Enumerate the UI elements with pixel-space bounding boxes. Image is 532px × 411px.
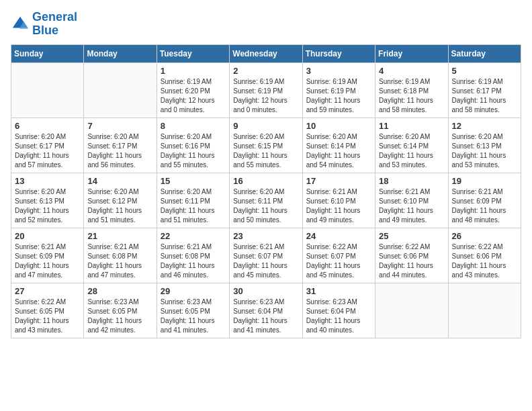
weekday-header-saturday: Saturday (448, 44, 521, 62)
day-number: 23 (233, 231, 298, 241)
calendar-cell: 15 Sunrise: 6:20 AM Sunset: 6:11 PM Dayl… (157, 173, 229, 228)
calendar-cell: 1 Sunrise: 6:19 AM Sunset: 6:20 PM Dayli… (157, 62, 229, 118)
calendar-cell: 28 Sunrise: 6:23 AM Sunset: 6:05 PM Dayl… (84, 283, 157, 338)
day-info: Sunrise: 6:20 AM Sunset: 6:17 PM Dayligh… (87, 132, 152, 170)
calendar-cell: 17 Sunrise: 6:21 AM Sunset: 6:10 PM Dayl… (302, 173, 375, 228)
day-number: 24 (306, 231, 371, 241)
day-number: 19 (452, 176, 517, 186)
day-number: 2 (233, 66, 298, 76)
page-header: General Blue (11, 11, 521, 38)
calendar-cell: 31 Sunrise: 6:23 AM Sunset: 6:04 PM Dayl… (302, 283, 375, 338)
day-info: Sunrise: 6:21 AM Sunset: 6:09 PM Dayligh… (452, 187, 517, 225)
calendar-week-row: 20 Sunrise: 6:21 AM Sunset: 6:09 PM Dayl… (11, 228, 521, 283)
calendar-cell: 11 Sunrise: 6:20 AM Sunset: 6:14 PM Dayl… (375, 118, 448, 173)
calendar-cell: 16 Sunrise: 6:20 AM Sunset: 6:11 PM Dayl… (230, 173, 302, 228)
calendar-week-row: 27 Sunrise: 6:22 AM Sunset: 6:05 PM Dayl… (11, 283, 521, 338)
calendar-cell: 20 Sunrise: 6:21 AM Sunset: 6:09 PM Dayl… (11, 228, 84, 283)
day-info: Sunrise: 6:19 AM Sunset: 6:19 PM Dayligh… (233, 77, 298, 115)
day-info: Sunrise: 6:19 AM Sunset: 6:20 PM Dayligh… (161, 77, 226, 115)
day-info: Sunrise: 6:21 AM Sunset: 6:10 PM Dayligh… (306, 187, 371, 225)
day-number: 9 (233, 121, 298, 131)
day-number: 25 (379, 231, 444, 241)
day-number: 3 (306, 66, 371, 76)
calendar-cell: 19 Sunrise: 6:21 AM Sunset: 6:09 PM Dayl… (448, 173, 521, 228)
day-info: Sunrise: 6:21 AM Sunset: 6:09 PM Dayligh… (15, 242, 80, 280)
day-number: 27 (15, 286, 80, 296)
calendar-cell: 21 Sunrise: 6:21 AM Sunset: 6:08 PM Dayl… (84, 228, 157, 283)
calendar-cell (375, 283, 448, 338)
weekday-header-thursday: Thursday (302, 44, 375, 62)
day-number: 31 (306, 286, 371, 296)
calendar-cell: 26 Sunrise: 6:22 AM Sunset: 6:06 PM Dayl… (448, 228, 521, 283)
calendar-cell: 6 Sunrise: 6:20 AM Sunset: 6:17 PM Dayli… (11, 118, 84, 173)
logo: General Blue (11, 11, 77, 38)
day-number: 13 (15, 176, 80, 186)
day-info: Sunrise: 6:20 AM Sunset: 6:15 PM Dayligh… (233, 132, 298, 170)
day-number: 4 (379, 66, 444, 76)
calendar-cell: 14 Sunrise: 6:20 AM Sunset: 6:12 PM Dayl… (84, 173, 157, 228)
day-number: 17 (306, 176, 371, 186)
day-number: 7 (87, 121, 152, 131)
day-info: Sunrise: 6:22 AM Sunset: 6:06 PM Dayligh… (379, 242, 444, 280)
day-number: 5 (452, 66, 517, 76)
calendar-week-row: 6 Sunrise: 6:20 AM Sunset: 6:17 PM Dayli… (11, 118, 521, 173)
calendar-cell: 24 Sunrise: 6:22 AM Sunset: 6:07 PM Dayl… (302, 228, 375, 283)
calendar-cell: 29 Sunrise: 6:23 AM Sunset: 6:05 PM Dayl… (157, 283, 229, 338)
calendar-cell: 7 Sunrise: 6:20 AM Sunset: 6:17 PM Dayli… (84, 118, 157, 173)
calendar-cell (448, 283, 521, 338)
day-number: 14 (87, 176, 152, 186)
calendar-week-row: 1 Sunrise: 6:19 AM Sunset: 6:20 PM Dayli… (11, 62, 521, 118)
day-info: Sunrise: 6:20 AM Sunset: 6:12 PM Dayligh… (87, 187, 152, 225)
day-number: 21 (87, 231, 152, 241)
day-info: Sunrise: 6:23 AM Sunset: 6:05 PM Dayligh… (161, 298, 226, 335)
calendar-cell: 3 Sunrise: 6:19 AM Sunset: 6:19 PM Dayli… (302, 62, 375, 118)
day-number: 18 (379, 176, 444, 186)
weekday-header-monday: Monday (84, 44, 157, 62)
calendar-cell: 25 Sunrise: 6:22 AM Sunset: 6:06 PM Dayl… (375, 228, 448, 283)
calendar-cell: 22 Sunrise: 6:21 AM Sunset: 6:08 PM Dayl… (157, 228, 229, 283)
calendar-cell: 8 Sunrise: 6:20 AM Sunset: 6:16 PM Dayli… (157, 118, 229, 173)
day-info: Sunrise: 6:22 AM Sunset: 6:05 PM Dayligh… (15, 298, 80, 335)
calendar-cell: 10 Sunrise: 6:20 AM Sunset: 6:14 PM Dayl… (302, 118, 375, 173)
calendar-cell (11, 62, 84, 118)
day-info: Sunrise: 6:21 AM Sunset: 6:08 PM Dayligh… (87, 242, 152, 280)
calendar-cell: 2 Sunrise: 6:19 AM Sunset: 6:19 PM Dayli… (230, 62, 302, 118)
logo-icon (11, 15, 30, 34)
calendar-cell: 4 Sunrise: 6:19 AM Sunset: 6:18 PM Dayli… (375, 62, 448, 118)
day-info: Sunrise: 6:20 AM Sunset: 6:13 PM Dayligh… (15, 187, 80, 225)
day-info: Sunrise: 6:19 AM Sunset: 6:18 PM Dayligh… (379, 77, 444, 115)
day-info: Sunrise: 6:20 AM Sunset: 6:17 PM Dayligh… (15, 132, 80, 170)
day-info: Sunrise: 6:20 AM Sunset: 6:13 PM Dayligh… (452, 132, 517, 170)
day-info: Sunrise: 6:23 AM Sunset: 6:04 PM Dayligh… (233, 298, 298, 335)
calendar-cell: 12 Sunrise: 6:20 AM Sunset: 6:13 PM Dayl… (448, 118, 521, 173)
weekday-header-tuesday: Tuesday (157, 44, 229, 62)
calendar-cell: 9 Sunrise: 6:20 AM Sunset: 6:15 PM Dayli… (230, 118, 302, 173)
calendar-cell (84, 62, 157, 118)
day-number: 10 (306, 121, 371, 131)
day-info: Sunrise: 6:19 AM Sunset: 6:19 PM Dayligh… (306, 77, 371, 115)
day-number: 29 (161, 286, 226, 296)
day-number: 22 (161, 231, 226, 241)
calendar-cell: 13 Sunrise: 6:20 AM Sunset: 6:13 PM Dayl… (11, 173, 84, 228)
calendar-week-row: 13 Sunrise: 6:20 AM Sunset: 6:13 PM Dayl… (11, 173, 521, 228)
day-info: Sunrise: 6:21 AM Sunset: 6:10 PM Dayligh… (379, 187, 444, 225)
day-info: Sunrise: 6:20 AM Sunset: 6:14 PM Dayligh… (379, 132, 444, 170)
day-number: 12 (452, 121, 517, 131)
day-number: 15 (161, 176, 226, 186)
day-info: Sunrise: 6:23 AM Sunset: 6:05 PM Dayligh… (87, 298, 152, 335)
day-info: Sunrise: 6:22 AM Sunset: 6:06 PM Dayligh… (452, 242, 517, 280)
day-info: Sunrise: 6:22 AM Sunset: 6:07 PM Dayligh… (306, 242, 371, 280)
calendar-table: SundayMondayTuesdayWednesdayThursdayFrid… (11, 44, 521, 338)
weekday-header-wednesday: Wednesday (230, 44, 302, 62)
day-info: Sunrise: 6:20 AM Sunset: 6:11 PM Dayligh… (233, 187, 298, 225)
weekday-header-friday: Friday (375, 44, 448, 62)
day-info: Sunrise: 6:21 AM Sunset: 6:07 PM Dayligh… (233, 242, 298, 280)
day-number: 16 (233, 176, 298, 186)
day-number: 11 (379, 121, 444, 131)
day-info: Sunrise: 6:19 AM Sunset: 6:17 PM Dayligh… (452, 77, 517, 115)
weekday-header-sunday: Sunday (11, 44, 84, 62)
calendar-cell: 30 Sunrise: 6:23 AM Sunset: 6:04 PM Dayl… (230, 283, 302, 338)
day-number: 30 (233, 286, 298, 296)
calendar-cell: 5 Sunrise: 6:19 AM Sunset: 6:17 PM Dayli… (448, 62, 521, 118)
day-info: Sunrise: 6:23 AM Sunset: 6:04 PM Dayligh… (306, 298, 371, 335)
